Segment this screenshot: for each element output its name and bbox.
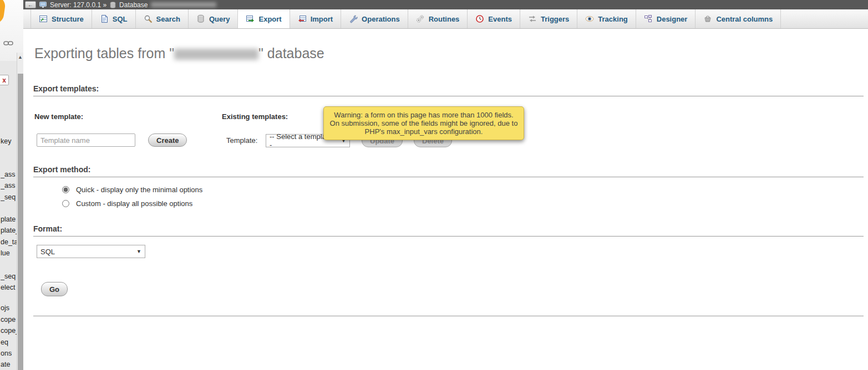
tab-events[interactable]: Events — [468, 9, 520, 28]
back-button[interactable]: ← — [25, 1, 36, 8]
tab-triggers[interactable]: Triggers — [520, 9, 577, 28]
template-label: Template: — [226, 136, 257, 145]
page-title: Exporting tables from "" database — [34, 45, 324, 61]
scroll-up-arrow-icon[interactable]: ▲ — [17, 53, 23, 61]
title-prefix: Exporting tables from " — [34, 45, 174, 61]
blurred-database-name — [174, 49, 258, 60]
blurred-database-name — [151, 2, 216, 7]
sidebar-table-fragment[interactable]: ojs — [1, 304, 17, 312]
quick-radio[interactable] — [62, 186, 69, 193]
chevron-down-icon: ▼ — [136, 249, 141, 254]
tab-export[interactable]: Export — [238, 9, 290, 28]
sidebar-table-fragment[interactable]: cope — [1, 316, 17, 323]
link-icon — [3, 39, 13, 49]
events-icon — [475, 14, 484, 23]
sidebar-table-fragment[interactable]: _seq — [1, 273, 17, 280]
operations-icon — [349, 14, 358, 23]
tab-label: Events — [488, 15, 512, 23]
format-select-value: SQL — [40, 248, 55, 256]
create-template-button[interactable]: Create — [148, 133, 187, 147]
tab-designer[interactable]: Designer — [636, 9, 696, 28]
sidebar-table-fragment[interactable]: eq — [1, 338, 17, 346]
sidebar-table-fragment[interactable]: key — [1, 137, 17, 145]
tab-central-columns[interactable]: Central columns — [696, 9, 781, 28]
sidebar-table-fragment[interactable]: ons — [1, 350, 17, 357]
quick-radio-label[interactable]: Quick - display only the minimal options — [76, 186, 202, 194]
existing-templates-label: Existing templates: — [222, 112, 288, 121]
import-icon — [298, 14, 307, 23]
sidebar-header — [0, 0, 23, 61]
section-divider — [33, 316, 864, 316]
sidebar-table-fragment[interactable]: plate — [1, 215, 17, 223]
phpmyadmin-logo — [0, 0, 6, 25]
export-method-option-custom: Custom - display all possible options — [62, 199, 192, 208]
tab-operations[interactable]: Operations — [341, 9, 408, 28]
tab-label: SQL — [113, 15, 128, 23]
sidebar-table-fragment[interactable]: _ass — [1, 171, 17, 178]
navigation-sidebar: x key _ass _ass _seq plate plate_ de_ta … — [0, 0, 23, 370]
max-input-vars-warning-tooltip: Warning: a form on this page has more th… — [323, 106, 524, 140]
tab-routines[interactable]: Routines — [408, 9, 468, 28]
tracking-icon — [585, 14, 594, 23]
sidebar-table-fragment[interactable]: lue — [1, 249, 17, 257]
sidebar-table-fragment[interactable]: cope_ — [1, 327, 17, 335]
export-templates-heading: Export templates: — [33, 84, 864, 96]
sidebar-table-fragment[interactable]: _seq — [1, 193, 17, 201]
central-columns-icon — [703, 14, 712, 23]
scrollbar-thumb[interactable] — [18, 74, 23, 370]
tab-label: Tracking — [598, 15, 627, 23]
tab-label: Operations — [362, 15, 400, 23]
designer-icon — [644, 14, 653, 23]
tab-query[interactable]: Query — [189, 9, 238, 28]
server-breadcrumb-bar: ← Server: 127.0.0.1 » Database — [23, 0, 868, 9]
tab-structure[interactable]: Structure — [31, 9, 92, 28]
tab-label: Query — [209, 15, 230, 23]
sidebar-scrollbar[interactable]: ▲ — [17, 53, 23, 370]
monitor-icon — [39, 2, 47, 8]
export-method-heading: Export method: — [33, 165, 864, 177]
sidebar-table-fragment[interactable]: elect — [1, 284, 17, 291]
format-heading: Format: — [33, 224, 864, 237]
export-icon — [246, 14, 255, 23]
structure-icon — [39, 14, 48, 23]
query-icon — [196, 14, 205, 23]
tab-label: Central columns — [716, 15, 773, 23]
export-method-option-quick: Quick - display only the minimal options — [62, 186, 202, 194]
routines-icon — [416, 14, 425, 23]
sidebar-close-button[interactable]: x — [0, 75, 9, 85]
tab-tracking[interactable]: Tracking — [577, 9, 636, 28]
export-page-content: Exporting tables from "" database Export… — [23, 29, 868, 370]
search-icon — [144, 14, 153, 23]
sidebar-table-fragment[interactable]: ate — [1, 361, 17, 368]
database-icon — [110, 2, 116, 8]
tab-label: Triggers — [541, 15, 569, 23]
tab-sql[interactable]: SQL — [92, 9, 136, 28]
breadcrumb-server[interactable]: Server: 127.0.0.1 » — [50, 1, 106, 9]
tab-label: Routines — [429, 15, 460, 23]
go-button[interactable]: Go — [41, 282, 68, 296]
database-tab-bar: Structure SQL Search Query — [23, 9, 868, 29]
tab-label: Designer — [657, 15, 688, 23]
format-select[interactable]: SQL ▼ — [37, 245, 145, 258]
title-suffix: " database — [258, 45, 324, 61]
tab-label: Search — [156, 15, 180, 23]
sidebar-table-fragment[interactable]: _ass — [1, 182, 17, 189]
tab-label: Structure — [52, 15, 84, 23]
template-name-input[interactable] — [37, 133, 135, 147]
triggers-icon — [528, 14, 537, 23]
sidebar-table-fragment[interactable]: de_ta — [1, 238, 17, 246]
breadcrumb-database[interactable]: Database — [119, 1, 148, 9]
tab-search[interactable]: Search — [136, 9, 189, 28]
sidebar-table-fragment[interactable]: plate_ — [1, 227, 17, 234]
custom-radio-label[interactable]: Custom - display all possible options — [76, 199, 192, 208]
tab-import[interactable]: Import — [290, 9, 341, 28]
tab-label: Export — [258, 15, 281, 23]
sql-icon — [100, 14, 109, 23]
tab-label: Import — [311, 15, 333, 23]
new-template-label: New template: — [34, 112, 83, 121]
custom-radio[interactable] — [62, 200, 69, 207]
